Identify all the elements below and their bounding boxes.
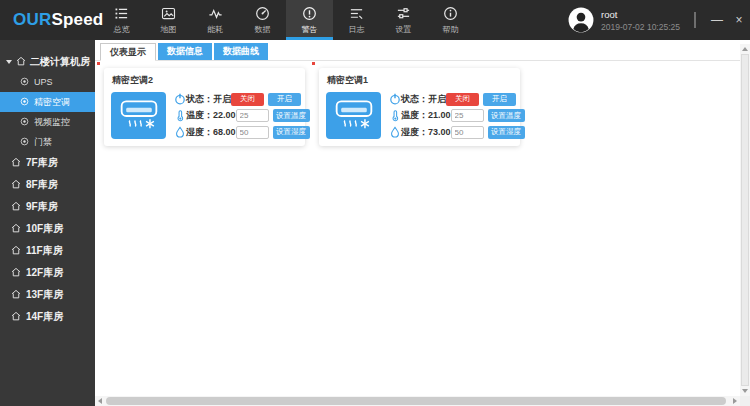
humidity-setpoint-input[interactable] bbox=[451, 126, 484, 139]
humidity-setpoint-input[interactable] bbox=[236, 126, 269, 139]
nav-item-energy[interactable]: 能耗 bbox=[192, 0, 239, 40]
sidebar-item-label: 9F库房 bbox=[26, 200, 58, 214]
home-icon bbox=[11, 267, 21, 279]
sidebar-item-label: UPS bbox=[34, 77, 53, 87]
set-temp-button[interactable]: 设置温度 bbox=[488, 109, 525, 122]
nav-item-help[interactable]: 帮助 bbox=[427, 0, 474, 40]
sidebar-item-precision-ac[interactable]: 精密空调 bbox=[0, 92, 95, 112]
sidebar-item-10f[interactable]: 10F库房 bbox=[0, 218, 95, 240]
home-icon bbox=[11, 201, 21, 213]
sidebar-item-8f[interactable]: 8F库房 bbox=[0, 174, 95, 196]
set-humidity-button[interactable]: 设置湿度 bbox=[488, 126, 525, 139]
temp-setpoint-input[interactable] bbox=[451, 109, 484, 122]
temperature-row: 温度：21.00 设置温度 bbox=[389, 109, 513, 123]
sidebar-item-7f[interactable]: 7F库房 bbox=[0, 152, 95, 174]
sidebar-item-ups[interactable]: UPS bbox=[0, 72, 95, 92]
nav-item-data[interactable]: 数据 bbox=[239, 0, 286, 40]
nav-item-map[interactable]: 地图 bbox=[145, 0, 192, 40]
sidebar-item-room[interactable]: 二楼计算机房 bbox=[0, 52, 95, 72]
sidebar-item-9f[interactable]: 9F库房 bbox=[0, 196, 95, 218]
ac-card-2: 精密空调2 bbox=[104, 68, 305, 146]
sidebar-item-label: 12F库房 bbox=[26, 266, 63, 280]
main-nav: 总览 地图 能耗 数据 警告 日志 bbox=[98, 0, 474, 40]
sidebar-item-label: 14F库房 bbox=[26, 310, 63, 324]
sidebar-item-11f[interactable]: 11F库房 bbox=[0, 240, 95, 262]
humidity-row: 湿度：68.00 设置湿度 bbox=[174, 125, 298, 139]
nav-label: 日志 bbox=[349, 24, 365, 35]
status-value: 开启 bbox=[213, 94, 231, 104]
close-button[interactable]: × bbox=[728, 10, 750, 30]
home-icon bbox=[11, 157, 21, 169]
sidebar-item-label: 11F库房 bbox=[26, 244, 63, 258]
home-icon bbox=[11, 245, 21, 257]
nav-item-settings[interactable]: 设置 bbox=[380, 0, 427, 40]
temp-label: 温度： bbox=[401, 110, 428, 120]
scroll-up-icon[interactable] bbox=[740, 44, 750, 54]
user-name: root bbox=[601, 9, 680, 20]
humidity-label: 湿度： bbox=[186, 127, 213, 137]
temp-label: 温度： bbox=[186, 110, 213, 120]
energy-icon bbox=[208, 5, 223, 21]
content-area: 仪表显示 数据信息 数据曲线 精密空调2 bbox=[95, 40, 750, 406]
home-icon bbox=[16, 56, 26, 68]
nav-item-overview[interactable]: 总览 bbox=[98, 0, 145, 40]
device-icon bbox=[20, 137, 29, 148]
horizontal-scrollbar[interactable] bbox=[95, 396, 740, 406]
tab-bar: 仪表显示 数据信息 数据曲线 bbox=[95, 40, 750, 61]
device-icon bbox=[20, 117, 29, 128]
turn-on-button[interactable]: 开启 bbox=[483, 93, 516, 106]
humidity-value: 73.00 bbox=[428, 127, 451, 137]
vertical-scrollbar[interactable] bbox=[740, 44, 750, 396]
settings-icon bbox=[396, 5, 411, 21]
temperature-row: 温度：22.00 设置温度 bbox=[174, 109, 298, 123]
status-label: 状态： bbox=[401, 94, 428, 104]
droplet-icon bbox=[174, 126, 186, 138]
status-value: 开启 bbox=[428, 94, 446, 104]
nav-item-logs[interactable]: 日志 bbox=[333, 0, 380, 40]
sidebar-item-door-access[interactable]: 门禁 bbox=[0, 132, 95, 152]
turn-on-button[interactable]: 开启 bbox=[268, 93, 301, 106]
tab-data-curve[interactable]: 数据曲线 bbox=[214, 43, 268, 60]
temp-value: 21.00 bbox=[428, 110, 451, 120]
nav-label: 地图 bbox=[161, 24, 177, 35]
sidebar-item-14f[interactable]: 14F库房 bbox=[0, 306, 95, 328]
sidebar-item-video-monitor[interactable]: 视频监控 bbox=[0, 112, 95, 132]
temp-setpoint-input[interactable] bbox=[236, 109, 269, 122]
tab-data-info[interactable]: 数据信息 bbox=[158, 43, 212, 60]
user-avatar-icon bbox=[568, 7, 594, 33]
sidebar-item-label: 精密空调 bbox=[34, 96, 70, 109]
nav-item-alerts[interactable]: 警告 bbox=[286, 0, 333, 40]
home-icon bbox=[11, 179, 21, 191]
set-humidity-button[interactable]: 设置湿度 bbox=[273, 126, 310, 139]
scroll-right-icon[interactable] bbox=[730, 396, 740, 406]
scroll-left-icon[interactable] bbox=[95, 396, 105, 406]
topbar: OURSpeed 总览 地图 能耗 数据 警告 bbox=[0, 0, 750, 40]
vertical-scroll-thumb[interactable] bbox=[741, 54, 749, 386]
status-row: 状态：开启 关闭 开启 bbox=[389, 92, 513, 106]
temp-value: 22.00 bbox=[213, 110, 236, 120]
scrollbar-corner bbox=[740, 396, 750, 406]
sidebar-item-label: 门禁 bbox=[34, 136, 52, 149]
humidity-label: 湿度： bbox=[401, 127, 428, 137]
air-conditioner-icon bbox=[111, 92, 166, 139]
power-icon bbox=[389, 93, 401, 105]
turn-off-button[interactable]: 关闭 bbox=[446, 93, 479, 106]
humidity-row: 湿度：73.00 设置湿度 bbox=[389, 125, 513, 139]
set-temp-button[interactable]: 设置温度 bbox=[273, 109, 310, 122]
alarm-dot bbox=[312, 62, 315, 65]
logo-text-secondary: Speed bbox=[51, 10, 103, 30]
minimize-button[interactable]: — bbox=[706, 10, 728, 30]
app-logo: OURSpeed bbox=[0, 0, 98, 40]
horizontal-scroll-thumb[interactable] bbox=[106, 397, 726, 405]
nav-label: 设置 bbox=[396, 24, 412, 35]
user-box[interactable]: root 2019-07-02 10:25:25 bbox=[568, 0, 680, 40]
card-title: 精密空调2 bbox=[112, 74, 298, 87]
turn-off-button[interactable]: 关闭 bbox=[231, 93, 264, 106]
sidebar-item-13f[interactable]: 13F库房 bbox=[0, 284, 95, 306]
tab-gauge-display[interactable]: 仪表显示 bbox=[100, 43, 156, 61]
sidebar-item-label: 7F库房 bbox=[26, 156, 58, 170]
ac-card-1: 精密空调1 bbox=[319, 68, 520, 146]
droplet-icon bbox=[389, 126, 401, 138]
sidebar-item-12f[interactable]: 12F库房 bbox=[0, 262, 95, 284]
scroll-down-icon[interactable] bbox=[740, 386, 750, 396]
